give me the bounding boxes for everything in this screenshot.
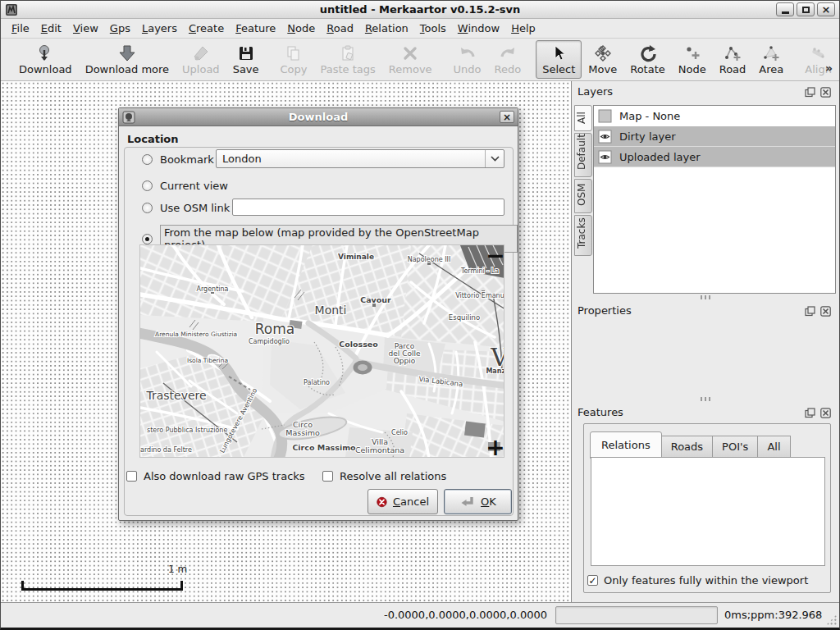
scalebar [21,583,183,591]
menu-help[interactable]: Help [505,20,541,37]
map-label: Isola Tiberina [187,357,228,364]
float-panel-icon[interactable] [805,306,815,317]
viewport-filter-checkbox[interactable]: ✓ [587,575,598,586]
map-label: Arenula Ministero Giustizia [155,331,237,338]
map-label: Oppio [394,357,416,365]
toolbar-overflow-button[interactable]: » [825,62,833,75]
undo-button[interactable]: Undo [447,40,488,79]
map-label: Palatino [304,379,330,386]
save-icon [237,44,255,62]
dialog-titlebar[interactable]: Download × [119,108,518,126]
combo-arrow-button[interactable] [485,150,504,167]
rotate-button[interactable]: Rotate [623,40,672,79]
download-icon [36,44,54,62]
properties-panel-title: Properties [578,304,632,317]
viewport-filter-label: Only features fully within the viewport [604,574,808,587]
redo-button[interactable]: Redo [488,40,528,79]
bookmark-radio[interactable] [142,154,153,165]
titlebar[interactable]: untitled - Merkaartor v0.15.2-svn × [1,1,839,19]
splitter[interactable] [572,295,839,299]
minimize-icon [782,11,789,14]
menu-file[interactable]: File [6,20,35,37]
maximize-button[interactable] [797,2,815,16]
map-preview[interactable]: Viminale Napoleone III Termini - La Arge… [139,244,504,458]
close-panel-icon[interactable] [820,87,831,98]
map-label: Napoleone III [408,256,451,263]
layer-row-dirty[interactable]: Dirty layer [594,126,835,147]
menu-create[interactable]: Create [183,20,230,37]
upload-button[interactable]: Upload [176,40,226,79]
gps-tracks-checkbox[interactable] [126,471,137,482]
select-icon [550,44,568,62]
cancel-icon [377,495,387,509]
resolve-relations-checkbox[interactable] [322,471,333,482]
download-more-button[interactable]: Download more [79,40,176,79]
menu-view[interactable]: View [67,20,104,37]
close-button[interactable]: × [817,2,835,16]
float-panel-icon[interactable] [805,87,815,98]
minimize-button[interactable] [776,2,794,16]
paste-tags-button[interactable]: Paste tags [314,40,382,79]
node-button[interactable]: Node [672,40,713,79]
layer-row-map[interactable]: Map - None [594,106,835,126]
tab-relations[interactable]: Relations [590,431,662,459]
road-button[interactable]: Road [713,40,753,79]
move-button[interactable]: Move [582,40,623,79]
layers-tab-all[interactable]: All [574,105,592,131]
select-button[interactable]: Select [536,40,582,79]
area-button[interactable]: Area [752,40,790,79]
eye-icon[interactable] [598,150,612,164]
menu-node[interactable]: Node [281,20,321,37]
float-panel-icon[interactable] [805,408,815,418]
layer-row-uploaded[interactable]: Uploaded layer [594,147,835,167]
menu-road[interactable]: Road [321,20,359,37]
app-window: untitled - Merkaartor v0.15.2-svn × File… [0,0,840,630]
features-list[interactable] [591,457,825,566]
menu-edit[interactable]: Edit [35,20,67,37]
zoom-in-button[interactable]: + [486,434,504,458]
menu-layers[interactable]: Layers [136,20,183,37]
osm-link-input[interactable] [232,199,504,216]
tab-all[interactable]: All [758,436,790,458]
layers-tab-tracks[interactable]: Tracks [574,215,592,256]
layer-blank-icon[interactable] [598,109,612,123]
splitter[interactable] [572,397,839,401]
remove-button[interactable]: Remove [382,40,439,79]
current-view-option: Current view [142,180,228,192]
close-icon: × [822,3,831,16]
from-map-radio[interactable] [142,234,153,244]
osm-link-option: Use OSM link [142,202,230,214]
menubar: File Edit View Gps Layers Create Feature… [1,19,839,39]
current-view-radio[interactable] [142,180,153,191]
zoom-out-button[interactable]: − [486,245,504,269]
layers-tab-default[interactable]: Default [574,133,592,177]
node-icon [683,44,701,62]
bookmark-combo[interactable]: London [216,149,504,168]
download-button[interactable]: Download [12,40,79,79]
dialog-close-button[interactable]: × [500,111,514,123]
tab-roads[interactable]: Roads [662,436,713,458]
layers-tab-strip: All Default OSM Tracks [574,105,592,256]
eye-icon[interactable] [598,130,612,144]
cancel-button[interactable]: Cancel [368,489,438,514]
location-group-title: Location [127,133,179,145]
map-label: Argentina [196,285,228,293]
viewport-filter-row: ✓ Only features fully within the viewpor… [587,574,808,587]
menu-feature[interactable]: Feature [230,20,281,37]
tab-pois[interactable]: POI's [713,436,758,458]
menu-window[interactable]: Window [452,20,505,37]
osm-link-radio[interactable] [142,203,153,213]
close-panel-icon[interactable] [820,306,831,317]
menu-relation[interactable]: Relation [359,20,414,37]
copy-button[interactable]: Copy [274,40,314,79]
gps-tracks-row: Also download raw GPS tracks [126,470,305,482]
menu-gps[interactable]: Gps [104,20,136,37]
resize-grip[interactable] [826,614,837,625]
map-label: Trastevere [145,389,206,402]
save-button[interactable]: Save [226,40,266,79]
layers-tab-osm[interactable]: OSM [574,179,592,213]
features-tab-bar: Relations Roads POI's All [590,431,791,458]
ok-button[interactable]: OK [444,489,512,514]
close-panel-icon[interactable] [820,408,831,418]
menu-tools[interactable]: Tools [414,20,452,37]
